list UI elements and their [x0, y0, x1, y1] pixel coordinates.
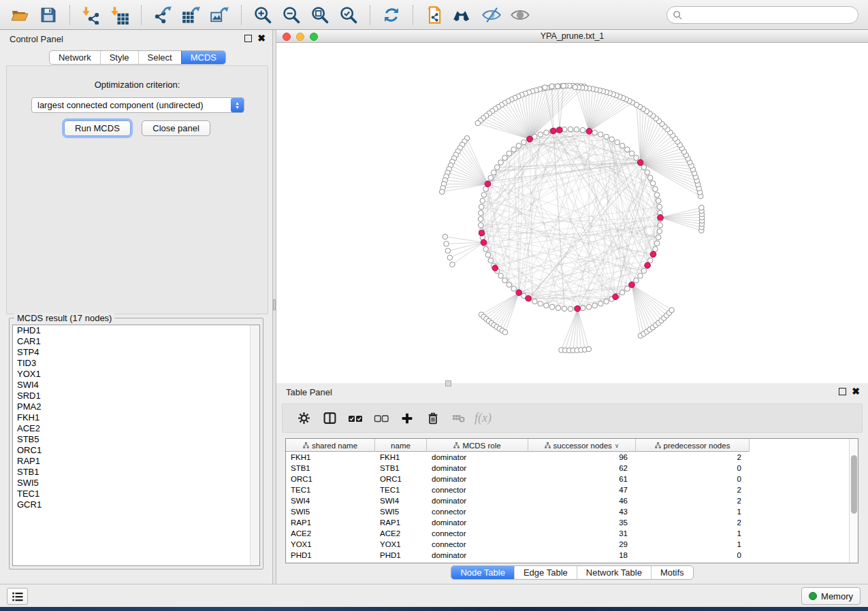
graph-node[interactable] [625, 286, 630, 292]
zoom-selected-icon[interactable] [337, 4, 360, 26]
graph-node[interactable] [511, 286, 517, 292]
graph-node[interactable] [562, 306, 567, 312]
graph-leaf-node[interactable] [475, 120, 481, 126]
graph-mcds-node[interactable] [481, 240, 487, 246]
close-panel-icon[interactable]: ✖ [257, 33, 266, 44]
graph-mcds-node[interactable] [645, 263, 651, 269]
graph-mcds-node[interactable] [637, 160, 643, 166]
mcds-result-item[interactable]: SWI5 [13, 478, 259, 489]
graph-node[interactable] [549, 304, 555, 310]
import-table-icon[interactable] [108, 4, 131, 26]
graph-node[interactable] [657, 229, 662, 234]
graph-node[interactable] [609, 137, 615, 142]
graph-mcds-node[interactable] [613, 294, 619, 300]
close-table-panel-icon[interactable]: ✖ [852, 386, 860, 397]
graph-leaf-node[interactable] [549, 84, 555, 89]
table-settings-gear-icon[interactable] [293, 408, 314, 429]
tab-select[interactable]: Select [138, 51, 181, 64]
export-image-icon[interactable] [208, 4, 231, 26]
table-row[interactable]: SWI5SWI5connector431 [286, 506, 849, 517]
graph-node[interactable] [511, 147, 517, 152]
mcds-result-item[interactable]: STP4 [13, 347, 259, 358]
graph-node[interactable] [604, 299, 609, 304]
zoom-out-icon[interactable] [280, 4, 303, 26]
tab-node-table[interactable]: Node Table [451, 566, 514, 579]
graph-mcds-node[interactable] [479, 230, 485, 236]
graph-node[interactable] [479, 204, 484, 210]
graph-leaf-node[interactable] [634, 102, 639, 108]
column-header-shared-name[interactable]: shared name [286, 439, 375, 452]
graph-node[interactable] [638, 274, 643, 279]
column-header-name[interactable]: name [375, 439, 427, 452]
graph-leaf-node[interactable] [669, 308, 675, 313]
mcds-result-item[interactable]: GCR1 [13, 499, 259, 510]
graph-node[interactable] [654, 241, 660, 246]
graph-node[interactable] [568, 127, 573, 132]
graph-node[interactable] [538, 132, 543, 137]
delete-icon[interactable] [423, 408, 443, 429]
graph-node[interactable] [647, 176, 653, 181]
task-history-button[interactable] [7, 588, 28, 605]
mcds-list-scrollbar[interactable] [250, 325, 259, 565]
float-panel-icon[interactable] [244, 35, 252, 42]
table-row[interactable]: RAP1RAP1dominator352 [286, 517, 849, 528]
add-icon[interactable] [397, 408, 417, 429]
mcds-result-item[interactable]: ACE2 [13, 423, 259, 434]
graph-node[interactable] [634, 278, 639, 283]
refresh-icon[interactable] [380, 4, 403, 26]
graph-node[interactable] [485, 252, 491, 258]
graph-node[interactable] [620, 143, 625, 148]
table-row[interactable]: TEC1TEC1connector472 [286, 484, 849, 495]
graph-node[interactable] [502, 278, 508, 283]
network-canvas[interactable] [276, 43, 868, 383]
tab-network[interactable]: Network [50, 51, 100, 64]
column-header-MCDS-role[interactable]: MCDS role [427, 439, 528, 452]
mcds-result-item[interactable]: ORC1 [13, 445, 259, 456]
graph-node[interactable] [580, 127, 585, 133]
horizontal-splitter-grip[interactable] [445, 380, 451, 386]
window-close-icon[interactable] [283, 33, 291, 41]
graph-node[interactable] [488, 258, 494, 263]
graph-node[interactable] [498, 160, 504, 165]
graph-node[interactable] [654, 193, 660, 198]
graph-mcds-node[interactable] [586, 129, 592, 135]
show-column-panel-icon[interactable] [319, 408, 340, 429]
graph-node[interactable] [641, 165, 647, 170]
table-scrollbar[interactable] [849, 439, 858, 563]
table-row[interactable]: SWI4SWI4dominator462 [286, 495, 849, 506]
tab-mcds[interactable]: MCDS [181, 51, 225, 64]
graph-node[interactable] [498, 274, 504, 279]
graph-node[interactable] [598, 132, 603, 137]
graph-mcds-node[interactable] [526, 295, 532, 301]
graph-node[interactable] [544, 130, 549, 135]
graph-node[interactable] [538, 301, 543, 307]
table-row[interactable]: ACE2ACE2connector311 [286, 528, 849, 539]
mcds-result-item[interactable]: FKH1 [13, 412, 259, 423]
graph-leaf-node[interactable] [447, 255, 453, 261]
share-document-icon[interactable] [423, 4, 446, 26]
graph-node[interactable] [656, 235, 661, 240]
graph-node[interactable] [556, 306, 561, 311]
export-table-icon[interactable] [180, 4, 203, 26]
graph-leaf-node[interactable] [573, 84, 578, 90]
graph-node[interactable] [615, 139, 620, 145]
graph-leaf-node[interactable] [445, 248, 451, 254]
graph-mcds-node[interactable] [629, 282, 635, 288]
import-network-icon[interactable] [80, 4, 103, 26]
mcds-result-item[interactable]: SWI4 [13, 380, 259, 391]
graph-node[interactable] [507, 151, 512, 156]
graph-leaf-node[interactable] [444, 242, 449, 247]
window-maximize-icon[interactable] [310, 33, 318, 41]
graph-node[interactable] [478, 216, 483, 222]
graph-leaf-node[interactable] [443, 234, 448, 240]
window-minimize-icon[interactable] [296, 33, 304, 41]
graph-node[interactable] [634, 155, 639, 161]
graph-mcds-node[interactable] [575, 306, 581, 312]
unselect-all-icon[interactable] [371, 408, 391, 429]
graph-leaf-node[interactable] [699, 205, 705, 210]
graph-node[interactable] [480, 198, 485, 203]
mcds-result-item[interactable]: TEC1 [13, 489, 259, 499]
zoom-in-icon[interactable] [251, 4, 274, 26]
graph-node[interactable] [625, 147, 630, 152]
column-header-successor-nodes[interactable]: successor nodes∨ [528, 439, 636, 452]
